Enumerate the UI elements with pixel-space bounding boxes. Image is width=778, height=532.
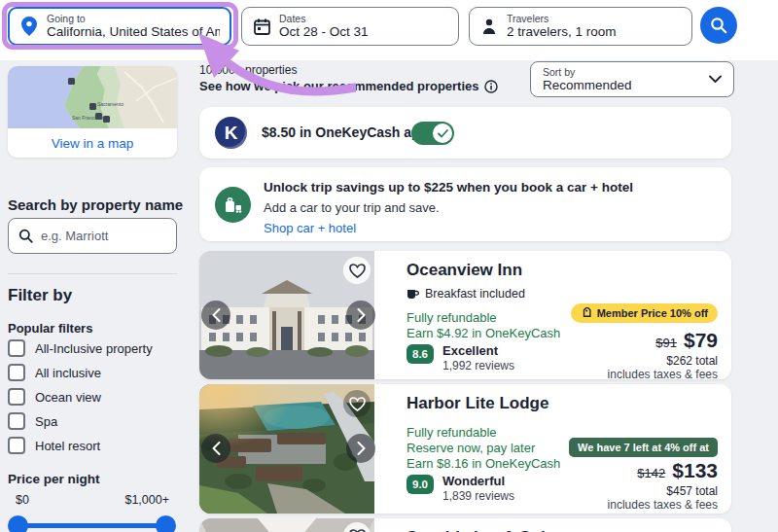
- hotel-name: Seaside Inn & Suites: [407, 528, 569, 532]
- price-max-label: $1,000+: [97, 493, 169, 507]
- rating-label: Wonderful: [442, 474, 505, 488]
- recommended-note-text: See how we pick our recommended properti…: [199, 79, 479, 93]
- travelers-value: 2 travelers, 1 room: [507, 24, 617, 40]
- filter-all-inclusive[interactable]: All inclusive: [8, 363, 101, 382]
- shop-car-hotel-link[interactable]: Shop car + hotel: [264, 221, 356, 235]
- old-price: $91: [655, 336, 677, 350]
- property-search-box: [8, 218, 177, 254]
- current-price: $79: [684, 329, 718, 352]
- destination-label: Going to: [47, 13, 220, 24]
- favorite-heart-icon[interactable]: [343, 257, 371, 284]
- total-price: $262 total: [666, 354, 718, 368]
- chevron-down-icon: [709, 75, 722, 84]
- price-min-label: $0: [16, 493, 29, 507]
- hotel-card-seaside-inn-suites[interactable]: Seaside Inn & Suites: [199, 518, 731, 532]
- search-bar: Going to California, United States of Am…: [0, 0, 778, 60]
- filter-hotel-resort[interactable]: Hotel resort: [8, 436, 100, 455]
- filter-spa[interactable]: Spa: [8, 411, 57, 431]
- price-slider-handle-min[interactable]: [8, 515, 28, 532]
- old-price: $142: [637, 466, 665, 480]
- price-slider-handle-max[interactable]: [156, 515, 176, 532]
- location-pin-icon: [19, 17, 39, 36]
- onekey-logo-letter: K: [225, 123, 238, 144]
- map-image: [8, 66, 177, 128]
- hotel-name: Oceanview Inn: [407, 261, 522, 280]
- carousel-prev-button[interactable]: [201, 301, 230, 330]
- member-price-text: Member Price 10% off: [597, 307, 708, 319]
- search-button[interactable]: [700, 7, 737, 44]
- hotel-card-harbor-lite-lodge[interactable]: Harbor Lite Lodge Fully refundable Reser…: [199, 384, 731, 514]
- filter-all-inclusive-property[interactable]: All-Inclusive property: [8, 338, 153, 358]
- fees-note: includes taxes & fees: [608, 498, 718, 512]
- checkbox[interactable]: [8, 388, 25, 406]
- filter-label: All-Inclusive property: [35, 341, 153, 356]
- filter-label: Spa: [35, 414, 57, 429]
- carousel-next-button[interactable]: [346, 301, 375, 330]
- urgency-badge: We have 7 left at 4% off at: [569, 438, 718, 457]
- onekeycash-banner: K $8.50 in OneKeyCash applied: [199, 107, 731, 159]
- carousel-prev-button[interactable]: [201, 434, 230, 463]
- total-price: $457 total: [666, 484, 718, 498]
- map-preview-card[interactable]: Sacramento San Francisco View in a map: [8, 66, 177, 158]
- price-slider-track[interactable]: [18, 523, 165, 528]
- price-per-night-heading: Price per night: [8, 472, 100, 486]
- search-icon: [710, 17, 727, 34]
- destination-value: California, United States of Ameri...: [47, 24, 220, 40]
- search-icon: [18, 229, 33, 243]
- traveler-icon: [479, 17, 499, 36]
- destination-field[interactable]: Going to California, United States of Am…: [8, 7, 231, 46]
- current-price: $133: [672, 459, 718, 482]
- checkbox[interactable]: [8, 412, 25, 430]
- filter-by-heading: Filter by: [8, 286, 72, 305]
- onekey-logo: K: [215, 117, 247, 149]
- checkbox[interactable]: [8, 364, 25, 381]
- sort-dropdown[interactable]: Sort by Recommended: [530, 61, 734, 97]
- price-row: $91 $79: [655, 329, 718, 352]
- favorite-heart-icon[interactable]: [343, 390, 371, 417]
- filter-label: Ocean view: [35, 390, 101, 405]
- sort-value: Recommended: [543, 78, 722, 93]
- car-hotel-promo-banner: Unlock trip savings up to $225 when you …: [199, 167, 731, 241]
- review-count: 1,839 reviews: [442, 489, 514, 503]
- perk-refundable: Fully refundable: [407, 425, 497, 440]
- calendar-icon: [252, 17, 271, 36]
- info-icon[interactable]: [484, 80, 498, 93]
- filter-label: All inclusive: [35, 366, 101, 380]
- review-count: 1,992 reviews: [442, 359, 514, 372]
- hotel-name: Harbor Lite Lodge: [407, 394, 548, 413]
- travelers-label: Travelers: [507, 13, 617, 24]
- filter-label: Hotel resort: [35, 439, 100, 453]
- amenity-row: Breakfast included: [407, 287, 525, 301]
- hotel-card-oceanview-inn[interactable]: Oceanview Inn Breakfast included Fully r…: [199, 251, 731, 379]
- breakfast-icon: [407, 288, 419, 300]
- member-price-badge: Member Price 10% off: [571, 303, 718, 323]
- amenity-text: Breakfast included: [425, 287, 525, 301]
- promo-title: Unlock trip savings up to $225 when you …: [264, 180, 633, 195]
- fees-note: includes taxes & fees: [608, 368, 718, 379]
- property-search-input[interactable]: [41, 229, 166, 243]
- travelers-field[interactable]: Travelers 2 travelers, 1 room: [469, 7, 692, 46]
- rating-label: Excellent: [442, 343, 498, 358]
- price-row: $142 $133: [637, 459, 718, 482]
- promo-subtitle: Add a car to your trip and save.: [264, 200, 440, 215]
- price-tag-icon: [581, 307, 592, 319]
- rating-score-badge: 8.6: [407, 344, 434, 364]
- carousel-next-button[interactable]: [346, 434, 375, 463]
- luggage-car-icon: [215, 187, 251, 223]
- property-search-heading: Search by property name: [8, 196, 183, 213]
- results-count: 10,000+ properties: [199, 63, 297, 77]
- view-in-map-link[interactable]: View in a map: [8, 128, 177, 158]
- perk-onekeycash: Earn $4.92 in OneKeyCash: [407, 326, 560, 340]
- popular-filters-heading: Popular filters: [8, 321, 92, 336]
- filter-ocean-view[interactable]: Ocean view: [8, 387, 101, 407]
- checkbox[interactable]: [8, 339, 25, 357]
- checkbox[interactable]: [8, 437, 25, 454]
- recommended-note[interactable]: See how we pick our recommended properti…: [199, 79, 498, 93]
- perk-refundable: Fully refundable: [407, 310, 497, 325]
- dates-field[interactable]: Dates Oct 28 - Oct 31: [241, 7, 459, 46]
- perk-pay-later: Reserve now, pay later: [407, 441, 535, 455]
- toggle-knob: [433, 124, 452, 143]
- hotel-search-results-page: Going to California, United States of Am…: [0, 0, 778, 532]
- dates-value: Oct 28 - Oct 31: [279, 24, 369, 40]
- onekeycash-toggle[interactable]: [411, 122, 454, 145]
